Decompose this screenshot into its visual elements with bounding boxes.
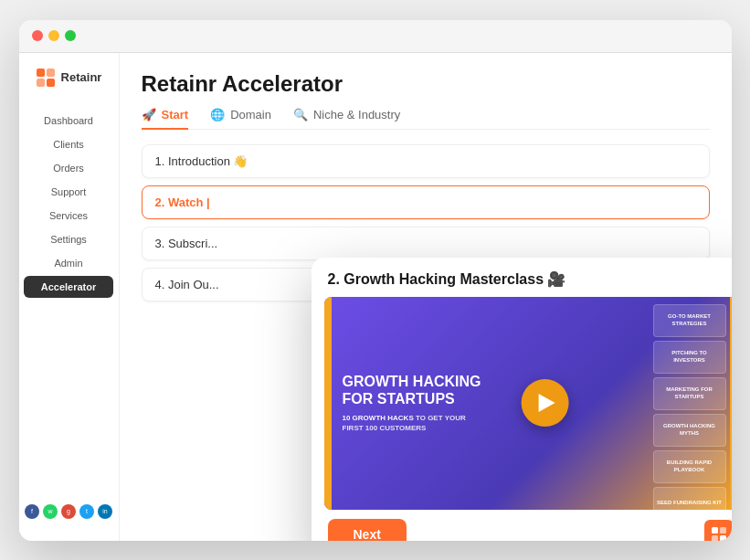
step-3[interactable]: 3. Subscri... <box>142 227 710 260</box>
svg-rect-0 <box>37 69 45 77</box>
mini-card-3: Marketing For Startups <box>653 377 726 410</box>
mini-card-5: Building Rapid Playbook <box>653 450 726 483</box>
browser-titlebar <box>19 20 732 53</box>
tab-domain-emoji: 🌐 <box>210 108 225 122</box>
sidebar-item-services[interactable]: Services <box>24 205 113 227</box>
svg-rect-4 <box>712 527 718 534</box>
main-content: Retainr Accelerator 🚀 Start 🌐 Domain 🔍 N… <box>120 53 732 541</box>
tab-start[interactable]: 🚀 Start <box>142 108 189 129</box>
step-2[interactable]: 2. Watch | <box>142 185 710 219</box>
overlay-card: 2. Growth Hacking Masterclass 🎥 GROWTH H… <box>312 258 732 541</box>
twitter-icon[interactable]: t <box>79 504 94 519</box>
card-footer: Next <box>312 510 732 541</box>
dot-close[interactable] <box>32 30 43 41</box>
tabs-row: 🚀 Start 🌐 Domain 🔍 Niche & Industry <box>142 108 710 130</box>
google-icon[interactable]: g <box>61 504 76 519</box>
video-right-bar <box>730 297 732 510</box>
step-1[interactable]: 1. Introduction 👋 <box>142 144 710 178</box>
sidebar-item-orders[interactable]: Orders <box>24 157 113 179</box>
page-title: Retainr Accelerator <box>142 71 710 97</box>
facebook-icon[interactable]: f <box>25 504 39 519</box>
svg-rect-1 <box>47 69 55 77</box>
svg-rect-2 <box>37 79 45 87</box>
card-header: 2. Growth Hacking Masterclass 🎥 <box>312 258 732 297</box>
sidebar-item-clients[interactable]: Clients <box>24 133 113 155</box>
mini-card-6: Seed Fundraising Kit <box>653 487 726 510</box>
tab-niche-emoji: 🔍 <box>293 108 308 122</box>
sidebar-social: f w g t in <box>21 497 116 526</box>
tab-start-label: Start <box>162 108 189 122</box>
browser-body: Retainr Dashboard Clients Orders Support… <box>19 53 732 541</box>
sidebar: Retainr Dashboard Clients Orders Support… <box>19 53 120 541</box>
tab-domain[interactable]: 🌐 Domain <box>210 108 271 129</box>
tab-domain-label: Domain <box>230 108 271 122</box>
svg-rect-5 <box>720 527 726 534</box>
browser-dots <box>32 30 76 41</box>
video-cards: Go-To Market Strategies Pitching To Inve… <box>653 304 726 510</box>
mini-card-2: Pitching To Investors <box>653 341 726 374</box>
tab-niche[interactable]: 🔍 Niche & Industry <box>293 108 400 129</box>
sidebar-item-admin[interactable]: Admin <box>24 252 113 274</box>
retainr-small-icon <box>704 520 732 541</box>
sidebar-item-accelerator[interactable]: Accelerator <box>24 276 113 298</box>
tab-start-emoji: 🚀 <box>142 108 156 122</box>
dot-minimize[interactable] <box>48 30 59 41</box>
svg-rect-3 <box>47 79 55 87</box>
play-icon <box>538 394 555 412</box>
sidebar-item-dashboard[interactable]: Dashboard <box>24 110 113 132</box>
browser-window: Retainr Dashboard Clients Orders Support… <box>19 20 732 541</box>
svg-rect-7 <box>720 535 726 541</box>
whatsapp-icon[interactable]: w <box>43 504 58 519</box>
card-video: GROWTH HACKINGFOR STARTUPS 10 GROWTH HAC… <box>324 297 732 510</box>
retainr-logo-icon <box>36 68 56 88</box>
mini-card-1: Go-To Market Strategies <box>653 304 726 337</box>
mini-card-4: Growth Hacking Myths <box>653 414 726 447</box>
next-button[interactable]: Next <box>328 519 407 541</box>
tab-niche-label: Niche & Industry <box>313 108 400 122</box>
play-button[interactable] <box>521 379 568 427</box>
sidebar-item-settings[interactable]: Settings <box>24 228 113 250</box>
grid-icon <box>711 526 727 541</box>
sidebar-logo: Retainr <box>36 68 102 88</box>
svg-rect-6 <box>712 535 718 541</box>
sidebar-item-support[interactable]: Support <box>24 181 113 203</box>
linkedin-icon[interactable]: in <box>98 504 112 519</box>
sidebar-nav: Dashboard Clients Orders Support Service… <box>19 110 119 497</box>
logo-text: Retainr <box>61 70 102 84</box>
dot-maximize[interactable] <box>65 30 76 41</box>
